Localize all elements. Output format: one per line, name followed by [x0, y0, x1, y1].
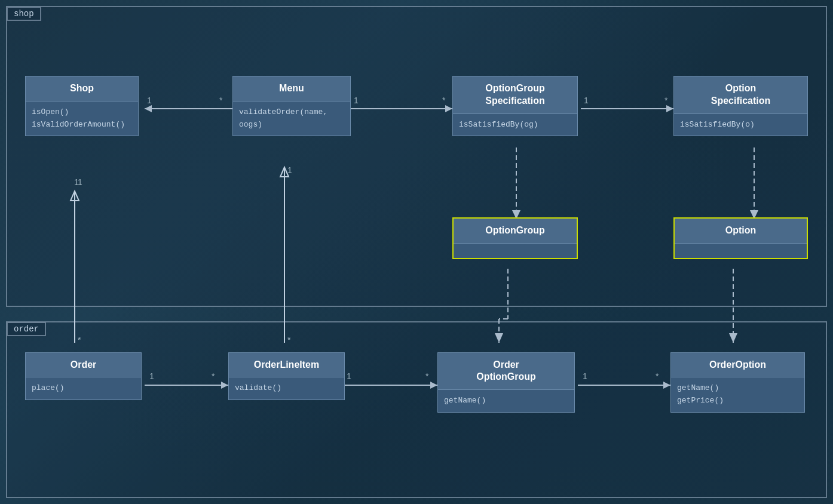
mult-shop-1: 1 [74, 177, 79, 187]
main-container: shop OptionGroupSpec (solid arrow right)… [6, 6, 827, 498]
mult-oli-oog-1: 1 [347, 371, 351, 381]
order-line-item-name: OrderLineItem [229, 353, 344, 378]
shop-class-methods: isOpen()isValidOrderAmount() [26, 102, 138, 136]
mult-ogs-os-star: * [664, 96, 667, 105]
order-package-label: order [7, 322, 46, 336]
shop-package-label: shop [7, 7, 41, 21]
svg-marker-13 [430, 382, 437, 389]
order-option-group-methods: getName() [438, 390, 574, 412]
svg-marker-5 [666, 105, 673, 112]
mult-order-oli-1: 1 [149, 371, 154, 381]
svg-marker-3 [445, 105, 452, 112]
order-package: order OrderLineItem --> OrderOptionGroup… [6, 321, 827, 498]
option-spec-methods: isSatisfiedBy(o) [674, 114, 807, 136]
mult-oli-oog-star: * [425, 371, 428, 381]
menu-class-methods: validateOrder(name,oogs) [233, 102, 350, 136]
menu-class: Menu validateOrder(name,oogs) [232, 76, 351, 136]
order-class-methods: place() [26, 377, 141, 399]
mult-oog-oo-star: * [656, 371, 659, 381]
order-line-item-methods: validate() [229, 377, 344, 399]
mult-shop-menu-star: * [219, 96, 222, 105]
option-spec-class: OptionSpecification isSatisfiedBy(o) [673, 76, 808, 136]
option-group-spec-class: OptionGroupSpecification isSatisfiedBy(o… [452, 76, 578, 136]
order-class: Order place() [25, 352, 142, 401]
svg-marker-11 [221, 382, 228, 389]
shop-package: shop OptionGroupSpec (solid arrow right)… [6, 6, 827, 307]
svg-marker-15 [663, 382, 670, 389]
shop-class: Shop isOpen()isValidOrderAmount() [25, 76, 139, 136]
mult-shop-menu-1: 1 [147, 96, 152, 105]
option-group-name: OptionGroup [454, 219, 577, 244]
mult-ogs-os-1: 1 [584, 96, 589, 105]
mult-menu-ogs-star: * [442, 96, 445, 105]
option-group-spec-name: OptionGroupSpecification [453, 76, 577, 114]
order-line-item-class: OrderLineItem validate() [228, 352, 345, 401]
option-group-class: OptionGroup [452, 217, 578, 259]
order-option-methods: getName()getPrice() [671, 377, 804, 412]
mult-oog-oo-1: 1 [583, 371, 587, 381]
order-class-name: Order [26, 353, 141, 378]
order-option-name: OrderOption [671, 353, 804, 378]
menu-class-name: Menu [233, 76, 350, 102]
option-group-spec-methods: isSatisfiedBy(og) [453, 114, 577, 136]
shop-class-name: Shop [26, 76, 138, 102]
svg-marker-1 [145, 105, 152, 112]
order-option-class: OrderOption getName()getPrice() [670, 352, 805, 413]
shop-arrows: OptionGroupSpec (solid arrow right) --> … [7, 7, 826, 312]
mult-menu-ogs-1: 1 [354, 96, 359, 105]
order-option-group-name: OrderOptionGroup [438, 353, 574, 391]
mult-order-oli-star: * [212, 371, 215, 381]
option-name: Option [675, 219, 807, 244]
option-class: Option [673, 217, 808, 259]
option-spec-name: OptionSpecification [674, 76, 807, 114]
order-option-group-class: OrderOptionGroup getName() [437, 352, 575, 413]
